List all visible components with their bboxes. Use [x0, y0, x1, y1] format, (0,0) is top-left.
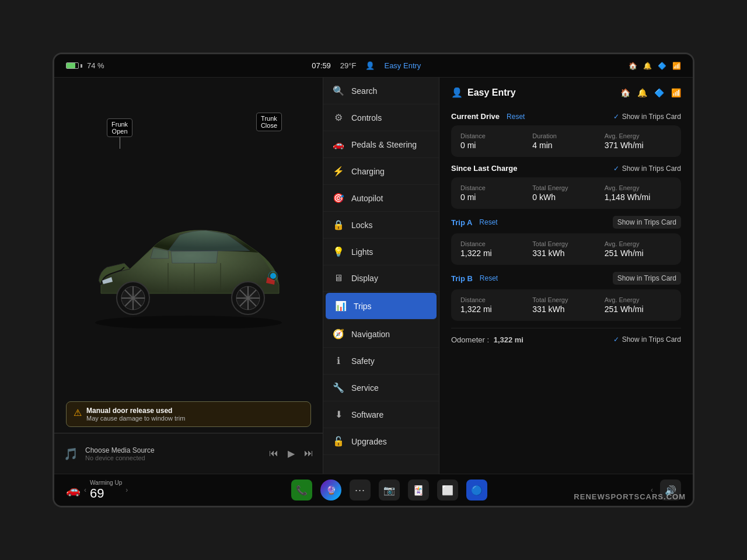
bluetooth-button[interactable]: 🔵: [466, 480, 487, 501]
trips-header: 👤 Easy Entry 🏠 🔔 🔷 📶: [451, 87, 681, 103]
temp-prev-chevron[interactable]: ‹: [84, 486, 86, 494]
status-center: 07:59 29°F 👤 Easy Entry: [312, 61, 421, 70]
trips-panel: 👤 Easy Entry 🏠 🔔 🔷 📶 Current Drive Reset: [439, 78, 693, 474]
outside-temp: 29°F: [340, 61, 357, 70]
svg-point-0: [95, 316, 282, 328]
bluetooth-header-icon[interactable]: 🔷: [654, 88, 664, 97]
current-drive-reset[interactable]: Reset: [507, 113, 525, 121]
home-icon[interactable]: 🏠: [629, 62, 637, 70]
home-header-icon[interactable]: 🏠: [620, 88, 630, 97]
siri-button[interactable]: 🔮: [320, 480, 341, 501]
current-drive-card: Distance 0 mi Duration 4 min Avg. Energy…: [451, 125, 681, 157]
lights-icon: 💡: [333, 246, 344, 257]
car-svg: [78, 200, 299, 328]
slc-distance: Distance 0 mi: [460, 184, 528, 202]
watermark: RENEWSPORTSCARS.COM: [574, 492, 686, 501]
menu-item-software[interactable]: ⬇ Software: [323, 401, 439, 428]
autopilot-icon: 🎯: [333, 192, 344, 204]
main-area: Frunk Open Trunk Close: [54, 78, 693, 474]
cd-avg-energy: Avg. Energy 371 Wh/mi: [605, 132, 672, 150]
person-icon: 👤: [365, 61, 375, 70]
menu-item-autopilot[interactable]: 🎯 Autopilot: [323, 185, 439, 212]
music-icon: 🎵: [64, 447, 78, 461]
trip-a-header: Trip A Reset Show in Trips Card: [451, 216, 681, 229]
slc-total-energy: Total Energy 0 kWh: [532, 184, 599, 202]
service-icon: 🔧: [333, 382, 344, 393]
warning-banner: ⚠ Manual door release used May cause dam…: [66, 401, 311, 427]
slc-avg-energy: Avg. Energy 1,148 Wh/mi: [605, 184, 672, 202]
status-left: 74 %: [66, 61, 104, 70]
header-icons: 🏠 🔔 🔷 📶: [620, 88, 681, 97]
menu-item-trips[interactable]: 📊 Trips: [326, 293, 437, 320]
since-charge-show-trips[interactable]: ✓ Show in Trips Card: [613, 164, 681, 173]
menu-item-safety[interactable]: ℹ Safety: [323, 348, 439, 374]
current-drive-stats: Distance 0 mi Duration 4 min Avg. Energy…: [460, 132, 672, 150]
trip-a-card: Distance 1,322 mi Total Energy 331 kWh A…: [451, 233, 681, 265]
menu-item-upgrades[interactable]: 🔓 Upgrades: [323, 428, 439, 455]
temp-display: Warming Up 69: [90, 480, 122, 501]
navigation-icon: 🧭: [333, 328, 344, 340]
safety-icon: ℹ: [333, 355, 344, 366]
play-icon[interactable]: ▶: [288, 448, 295, 459]
prev-track-icon[interactable]: ⏮: [269, 448, 278, 459]
status-bar: 74 % 07:59 29°F 👤 Easy Entry 🏠 🔔 🔷 📶: [54, 54, 693, 78]
trip-a-title-row: Trip A Reset: [451, 218, 498, 227]
tb-total-energy: Total Energy 331 kWh: [532, 296, 599, 314]
trip-a-reset[interactable]: Reset: [479, 218, 497, 226]
menu-item-lights[interactable]: 💡 Lights: [323, 239, 439, 265]
phone-button[interactable]: 📞: [291, 480, 312, 501]
display-icon: 🖥: [333, 273, 344, 284]
status-icons: 🏠 🔔 🔷 📶: [629, 62, 681, 70]
trip-b-reset[interactable]: Reset: [480, 274, 498, 282]
warning-text: Manual door release used May cause damag…: [86, 407, 185, 422]
car-icon[interactable]: 🚗: [66, 483, 81, 497]
media-controls[interactable]: ⏮ ▶ ⏭: [269, 448, 313, 459]
tb-distance: Distance 1,322 mi: [460, 296, 528, 314]
menu-item-controls[interactable]: ⚙ Controls: [323, 104, 439, 131]
ta-avg-energy: Avg. Energy 251 Wh/mi: [605, 240, 672, 258]
svg-point-4: [270, 273, 276, 279]
since-charge-stats: Distance 0 mi Total Energy 0 kWh Avg. En…: [460, 184, 672, 202]
software-icon: ⬇: [333, 409, 344, 420]
menu-item-navigation[interactable]: 🧭 Navigation: [323, 321, 439, 348]
cards-button[interactable]: 🃏: [408, 480, 429, 501]
trip-b-show-trips[interactable]: Show in Trips Card: [613, 272, 681, 285]
checkmark-icon: ✓: [613, 113, 619, 121]
trip-a-show-trips[interactable]: Show in Trips Card: [613, 216, 681, 229]
media-info: Choose Media Source No device connected: [85, 446, 262, 461]
profile-name[interactable]: Easy Entry: [384, 61, 421, 70]
tb-avg-energy: Avg. Energy 251 Wh/mi: [605, 296, 672, 314]
taskbar-left: 🚗 ‹ Warming Up 69 ›: [66, 480, 128, 501]
more-button[interactable]: ···: [350, 480, 371, 501]
odometer-show-trips[interactable]: ✓ Show in Trips Card: [613, 335, 681, 344]
trip-b-card: Distance 1,322 mi Total Energy 331 kWh A…: [451, 289, 681, 321]
camera-button[interactable]: 📷: [379, 480, 400, 501]
search-icon: 🔍: [333, 85, 344, 96]
trips-title: 👤 Easy Entry: [451, 87, 516, 98]
ta-distance: Distance 1,322 mi: [460, 240, 528, 258]
trunk-label[interactable]: Trunk Close: [256, 113, 282, 131]
menu-item-pedals[interactable]: 🚗 Pedals & Steering: [323, 131, 439, 158]
car-visual: Frunk Open Trunk Close: [66, 107, 311, 421]
trip-b-title-row: Trip B Reset: [451, 274, 498, 283]
menu-item-locks[interactable]: 🔒 Locks: [323, 212, 439, 239]
square-button[interactable]: ⬜: [437, 480, 458, 501]
bell-header-icon[interactable]: 🔔: [637, 88, 647, 97]
charging-icon: ⚡: [333, 166, 344, 177]
temp-next-chevron[interactable]: ›: [125, 486, 128, 494]
signal-icon: 📶: [672, 62, 681, 70]
battery-indicator: [66, 62, 82, 69]
menu-item-search[interactable]: 🔍 Search: [323, 78, 439, 104]
cd-duration: Duration 4 min: [532, 132, 599, 150]
notification-icon[interactable]: 🔔: [643, 62, 652, 70]
menu-item-service[interactable]: 🔧 Service: [323, 374, 439, 401]
odometer-reading: Odometer : 1,322 mi: [451, 334, 523, 345]
current-drive-show-trips[interactable]: ✓ Show in Trips Card: [613, 113, 681, 121]
frunk-label[interactable]: Frunk Open: [107, 118, 132, 149]
next-track-icon[interactable]: ⏭: [304, 448, 313, 459]
menu-item-charging[interactable]: ⚡ Charging: [323, 158, 439, 185]
menu-item-display[interactable]: 🖥 Display: [323, 265, 439, 292]
person-title-icon: 👤: [451, 87, 463, 98]
battery-percent: 74 %: [87, 61, 104, 70]
bluetooth-status-icon[interactable]: 🔷: [658, 62, 666, 70]
